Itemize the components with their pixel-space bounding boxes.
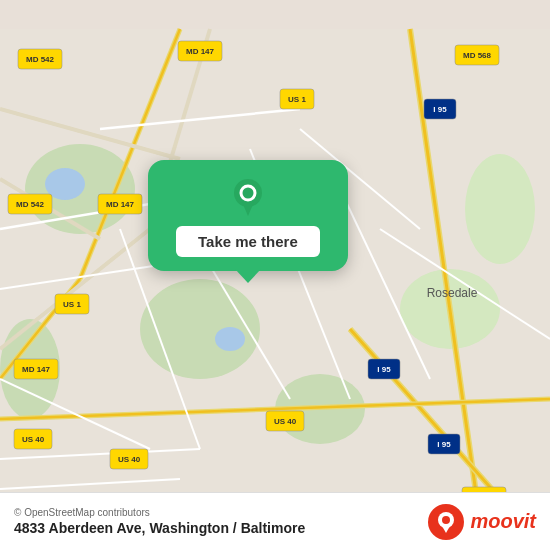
moovit-pin-icon <box>435 511 457 533</box>
svg-text:I 95: I 95 <box>433 105 447 114</box>
pin-icon <box>229 178 267 216</box>
svg-text:MD 542: MD 542 <box>16 200 45 209</box>
map-svg: MD 542 MD 147 MD 568 US 1 I 95 MD 542 MD… <box>0 0 550 550</box>
svg-point-8 <box>215 327 245 351</box>
svg-text:MD 147: MD 147 <box>106 200 135 209</box>
map-container: MD 542 MD 147 MD 568 US 1 I 95 MD 542 MD… <box>0 0 550 550</box>
svg-text:US 1: US 1 <box>63 300 81 309</box>
map-attribution: © OpenStreetMap contributors <box>14 507 305 518</box>
moovit-logo: moovit <box>428 504 536 540</box>
svg-marker-71 <box>442 526 450 533</box>
moovit-icon <box>428 504 464 540</box>
svg-text:MD 568: MD 568 <box>463 51 492 60</box>
svg-text:I 95: I 95 <box>377 365 391 374</box>
take-me-there-popup: Take me there <box>148 160 348 271</box>
address-label: 4833 Aberdeen Ave, Washington / Baltimor… <box>14 520 305 536</box>
svg-marker-68 <box>242 202 254 216</box>
svg-text:US 40: US 40 <box>118 455 141 464</box>
svg-text:US 40: US 40 <box>22 435 45 444</box>
moovit-wordmark: moovit <box>470 510 536 533</box>
svg-point-2 <box>140 279 260 379</box>
svg-point-5 <box>465 154 535 264</box>
svg-text:US 40: US 40 <box>274 417 297 426</box>
destination-bubble: Take me there <box>148 160 348 271</box>
svg-text:Rosedale: Rosedale <box>427 286 478 300</box>
info-bar: © OpenStreetMap contributors 4833 Aberde… <box>0 492 550 550</box>
info-bar-left: © OpenStreetMap contributors 4833 Aberde… <box>14 507 305 536</box>
svg-point-70 <box>442 516 450 524</box>
svg-text:US 1: US 1 <box>288 95 306 104</box>
svg-text:MD 542: MD 542 <box>26 55 55 64</box>
svg-text:MD 147: MD 147 <box>186 47 215 56</box>
svg-text:I 95: I 95 <box>437 440 451 449</box>
take-me-there-button[interactable]: Take me there <box>176 226 320 257</box>
svg-text:MD 147: MD 147 <box>22 365 51 374</box>
